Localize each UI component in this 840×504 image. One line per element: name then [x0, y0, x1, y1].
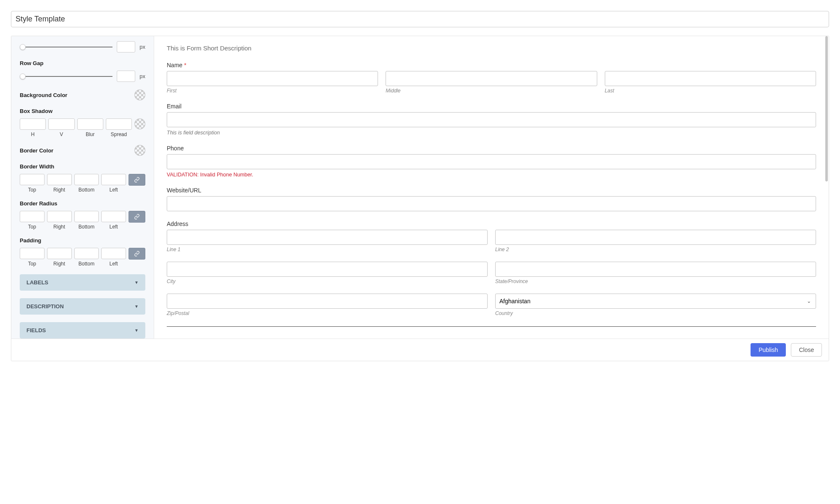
border-radius-top-label: Top [28, 224, 36, 230]
address-label: Address [167, 220, 816, 227]
address-country-select[interactable] [495, 294, 816, 309]
background-color-chip[interactable] [134, 89, 145, 100]
shadow-blur-input[interactable] [77, 118, 103, 130]
border-width-left-label: Left [110, 187, 118, 193]
phone-input[interactable] [167, 154, 816, 169]
form-description: This is Form Short Description [167, 45, 816, 52]
address-country-sublabel: Country [495, 310, 816, 316]
first-name-sublabel: First [167, 88, 378, 94]
accordion-description[interactable]: DESCRIPTION ▼ [20, 298, 145, 315]
row-gap-label: Row Gap [20, 60, 145, 66]
border-radius-right-label: Right [53, 224, 65, 230]
border-width-right-input[interactable] [47, 174, 72, 185]
padding-right-label: Right [53, 261, 65, 267]
website-input[interactable] [167, 196, 816, 211]
padding-left-input[interactable] [101, 248, 126, 259]
border-color-chip[interactable] [134, 145, 145, 156]
shadow-h-label: H [31, 131, 35, 137]
scrollbar[interactable] [825, 36, 828, 181]
shadow-color-chip[interactable] [134, 118, 145, 129]
padding-label: Padding [20, 237, 145, 244]
row-gap-slider[interactable] [20, 76, 113, 77]
accordion-labels[interactable]: LABELS ▼ [20, 274, 145, 291]
email-label: Email [167, 103, 816, 110]
border-radius-left-label: Left [110, 224, 118, 230]
phone-error: VALIDATION: Invalid Phone Number. [167, 172, 816, 178]
last-name-input[interactable] [605, 71, 816, 86]
border-width-link-button[interactable] [129, 174, 145, 186]
border-width-bottom-input[interactable] [74, 174, 99, 185]
border-radius-top-input[interactable] [20, 211, 45, 222]
padding-bottom-label: Bottom [79, 261, 94, 267]
address-line2-sublabel: Line 2 [495, 247, 816, 252]
background-color-label: Background Color [20, 92, 67, 98]
padding-top-label: Top [28, 261, 36, 267]
link-icon [134, 177, 140, 183]
address-state-input[interactable] [495, 262, 816, 277]
shadow-v-label: V [60, 131, 63, 137]
box-shadow-label: Box Shadow [20, 108, 145, 114]
required-indicator: * [184, 62, 186, 68]
shadow-spread-label: Spread [111, 131, 127, 137]
link-icon [134, 251, 140, 257]
border-radius-right-input[interactable] [47, 211, 72, 222]
close-button[interactable]: Close [791, 343, 822, 357]
style-sidebar: px Row Gap px Background Color Box Shado… [11, 36, 154, 339]
middle-name-input[interactable] [386, 71, 597, 86]
email-helper: This is field description [167, 130, 816, 136]
name-label: Name * [167, 62, 816, 68]
row-gap-input[interactable] [117, 71, 135, 82]
shadow-spread-input[interactable] [106, 118, 132, 130]
address-city-sublabel: City [167, 278, 488, 284]
footer-bar: Publish Close [11, 339, 829, 361]
border-radius-bottom-input[interactable] [74, 211, 99, 222]
phone-label: Phone [167, 145, 816, 152]
form-preview: This is Form Short Description Name * Fi… [154, 36, 829, 339]
border-width-bottom-label: Bottom [79, 187, 94, 193]
address-zip-sublabel: Zip/Postal [167, 310, 488, 316]
padding-bottom-input[interactable] [74, 248, 99, 259]
border-radius-bottom-label: Bottom [79, 224, 94, 230]
link-icon [134, 214, 140, 220]
border-width-left-input[interactable] [101, 174, 126, 185]
last-name-sublabel: Last [605, 88, 816, 94]
border-color-label: Border Color [20, 147, 53, 154]
template-title-input[interactable] [11, 11, 829, 27]
shadow-h-input[interactable] [20, 118, 46, 130]
middle-name-sublabel: Middle [386, 88, 597, 94]
padding-right-input[interactable] [47, 248, 72, 259]
border-radius-link-button[interactable] [129, 211, 145, 223]
first-name-input[interactable] [167, 71, 378, 86]
border-width-top-label: Top [28, 187, 36, 193]
unit-px: px [139, 44, 145, 50]
border-width-top-input[interactable] [20, 174, 45, 185]
address-line1-input[interactable] [167, 230, 488, 245]
address-zip-input[interactable] [167, 294, 488, 309]
column-gap-slider[interactable] [20, 47, 113, 47]
shadow-v-input[interactable] [48, 118, 74, 130]
address-state-sublabel: State/Province [495, 278, 816, 284]
shadow-blur-label: Blur [86, 131, 94, 137]
border-radius-left-input[interactable] [101, 211, 126, 222]
website-label: Website/URL [167, 187, 816, 194]
border-radius-label: Border Radius [20, 200, 145, 207]
address-city-input[interactable] [167, 262, 488, 277]
accordion-description-text: DESCRIPTION [26, 303, 64, 310]
email-input[interactable] [167, 112, 816, 127]
border-width-right-label: Right [53, 187, 65, 193]
address-line2-input[interactable] [495, 230, 816, 245]
name-label-text: Name [167, 62, 182, 68]
padding-link-button[interactable] [129, 248, 145, 260]
padding-left-label: Left [110, 261, 118, 267]
chevron-down-icon: ▼ [134, 304, 139, 309]
chevron-down-icon: ▼ [134, 328, 139, 333]
padding-top-input[interactable] [20, 248, 45, 259]
column-gap-input[interactable] [117, 41, 135, 52]
border-width-label: Border Width [20, 163, 145, 170]
accordion-fields[interactable]: FIELDS ▼ [20, 322, 145, 339]
address-line1-sublabel: Line 1 [167, 247, 488, 252]
publish-button[interactable]: Publish [751, 343, 786, 357]
chevron-down-icon: ▼ [134, 280, 139, 285]
accordion-fields-text: FIELDS [26, 327, 46, 333]
accordion-labels-text: LABELS [26, 279, 48, 286]
